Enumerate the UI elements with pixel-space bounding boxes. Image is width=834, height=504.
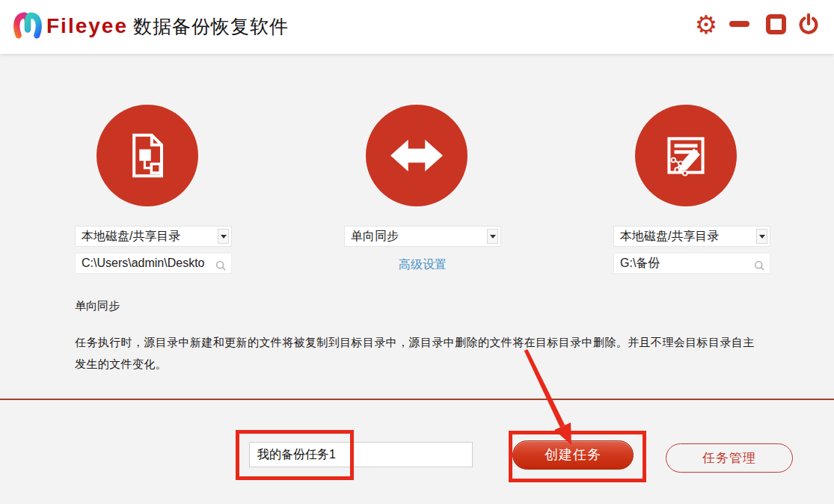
mode-description: 任务执行时，源目录中新建和更新的文件将被复制到目标目录中，源目录中删除的文件将在… [75, 331, 761, 375]
sync-mode-value: 单向同步 [351, 230, 399, 242]
mode-heading: 单向同步 [75, 299, 120, 313]
title-bar: Fileyee 数据备份恢复软件 ⚙ [0, 0, 834, 54]
app-title: 数据备份恢复软件 [133, 14, 289, 39]
maximize-icon[interactable] [766, 14, 786, 34]
target-path-value: G:\备份 [620, 256, 660, 269]
source-type-value: 本地磁盘/共享目录 [82, 230, 180, 242]
brand-name: Fileyee [46, 14, 128, 38]
settings-gear-icon[interactable]: ⚙ [691, 0, 721, 54]
target-path-input[interactable]: G:\备份 [613, 253, 770, 274]
target-circle-badge [635, 105, 737, 206]
source-type-dropdown[interactable]: 本地磁盘/共享目录 [75, 226, 232, 247]
flowchart-document-icon [119, 127, 176, 184]
annotation-arrow [0, 0, 834, 504]
create-task-button[interactable]: 创建任务 [512, 440, 634, 470]
task-name-input[interactable] [249, 442, 473, 467]
source-path-value: C:\Users\admin\Deskto [82, 256, 205, 269]
app-window: Fileyee 数据备份恢复软件 ⚙ 本地磁盘/共享目录 C:\Users\ad… [0, 0, 834, 504]
browse-search-icon[interactable] [215, 258, 227, 277]
edit-plan-icon [657, 127, 714, 184]
advanced-settings-link[interactable]: 高级设置 [344, 257, 501, 273]
fileyee-logo-icon [12, 9, 43, 46]
source-circle-badge [96, 105, 198, 206]
two-way-arrow-icon [387, 126, 447, 185]
chevron-down-icon[interactable] [487, 229, 498, 244]
source-path-input[interactable]: C:\Users\admin\Deskto [75, 253, 232, 274]
power-close-icon[interactable] [797, 13, 820, 35]
manage-tasks-button[interactable]: 任务管理 [666, 443, 793, 473]
chevron-down-icon[interactable] [218, 229, 229, 244]
sync-mode-circle-badge [366, 105, 467, 206]
minimize-icon[interactable] [729, 21, 749, 27]
target-type-value: 本地磁盘/共享目录 [620, 230, 719, 242]
sync-mode-dropdown[interactable]: 单向同步 [344, 226, 501, 247]
browse-search-icon[interactable] [754, 258, 765, 277]
target-type-dropdown[interactable]: 本地磁盘/共享目录 [613, 226, 770, 247]
section-divider [0, 399, 834, 400]
chevron-down-icon[interactable] [756, 229, 767, 244]
